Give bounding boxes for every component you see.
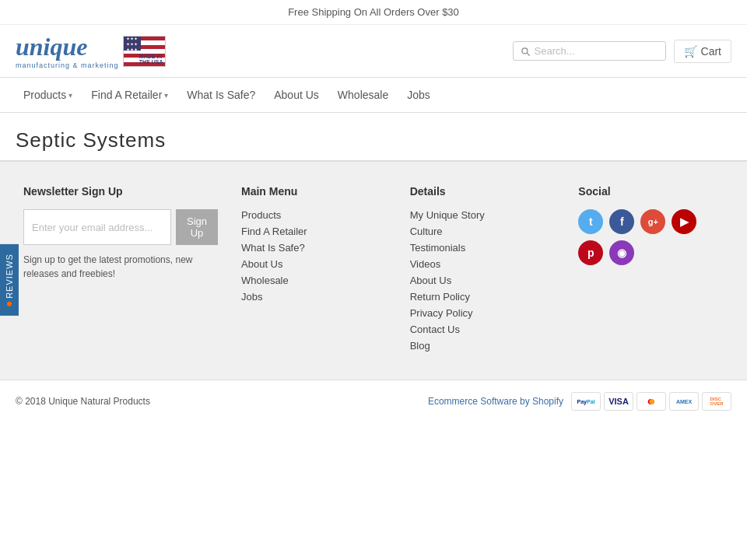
logo-subtext: manufacturing & marketing bbox=[16, 61, 119, 69]
footer-link-privacy-policy[interactable]: Privacy Policy bbox=[410, 307, 556, 319]
nav-jobs-label: Jobs bbox=[407, 89, 430, 101]
footer-main-menu-col: Main Menu Products Find A Retailer What … bbox=[241, 185, 387, 356]
nav-about-us-label: About Us bbox=[274, 89, 319, 101]
logo-area[interactable]: unique manufacturing & marketing ✦✦✦✦✦✦✦… bbox=[16, 33, 166, 69]
search-input[interactable] bbox=[535, 45, 659, 57]
nav-find-retailer-label: Find A Retailer bbox=[91, 89, 162, 101]
cart-button[interactable]: 🛒 Cart bbox=[674, 40, 731, 63]
main-nav: Products ▾ Find A Retailer ▾ What Is Saf… bbox=[0, 78, 747, 113]
reviews-label: REVIEWS bbox=[5, 254, 14, 299]
newsletter-email-input[interactable] bbox=[23, 209, 171, 245]
copyright-text: © 2018 Unique Natural Products bbox=[16, 396, 150, 407]
payment-discover-icon: DISCOVER bbox=[702, 392, 731, 411]
nav-about-us[interactable]: About Us bbox=[266, 84, 327, 106]
newsletter-heading: Newsletter Sign Up bbox=[23, 185, 218, 198]
social-facebook-icon[interactable]: f bbox=[609, 209, 634, 234]
footer-link-blog[interactable]: Blog bbox=[410, 340, 556, 352]
social-pinterest-icon[interactable]: p bbox=[578, 240, 603, 265]
newsletter-col: Newsletter Sign Up Sign Up Sign up to ge… bbox=[23, 185, 218, 356]
social-googleplus-icon[interactable]: g+ bbox=[640, 209, 665, 234]
footer-link-testimonials[interactable]: Testimonials bbox=[410, 242, 556, 254]
footer-link-about-us[interactable]: About Us bbox=[241, 258, 387, 270]
payment-icons: PayPal VISA ● ● AMEX DISCOVER bbox=[571, 392, 731, 411]
reviews-tab[interactable]: REVIEWS bbox=[0, 244, 19, 316]
footer-social-col: Social t f g+ ▶ p ◉ bbox=[578, 185, 724, 356]
newsletter-form: Sign Up bbox=[23, 209, 218, 245]
reviews-dot bbox=[7, 302, 12, 306]
topbar-text: Free Shipping On All Orders Over $30 bbox=[288, 6, 459, 18]
footer-main-menu-heading: Main Menu bbox=[241, 185, 387, 198]
payment-paypal-icon: PayPal bbox=[571, 392, 601, 411]
payment-visa-icon: VISA bbox=[604, 392, 633, 411]
bottom-bar: © 2018 Unique Natural Products Ecommerce… bbox=[0, 380, 747, 422]
page-title-section: Septic Systems bbox=[0, 113, 747, 162]
chevron-down-icon: ▾ bbox=[164, 91, 168, 100]
footer: Newsletter Sign Up Sign Up Sign up to ge… bbox=[0, 162, 747, 380]
social-youtube-icon[interactable]: ▶ bbox=[672, 209, 696, 234]
footer-link-culture[interactable]: Culture bbox=[410, 226, 556, 237]
newsletter-description: Sign up to get the latest promotions, ne… bbox=[23, 253, 218, 281]
payment-amex-icon: AMEX bbox=[669, 392, 699, 411]
header-right: 🛒 Cart bbox=[513, 40, 731, 63]
social-instagram-icon[interactable]: ◉ bbox=[609, 240, 634, 265]
footer-link-return-policy[interactable]: Return Policy bbox=[410, 291, 556, 303]
search-icon bbox=[520, 46, 531, 57]
social-icons-group: t f g+ ▶ p ◉ bbox=[578, 209, 724, 265]
logo-text: unique bbox=[16, 33, 87, 61]
footer-link-contact-us[interactable]: Contact Us bbox=[410, 324, 556, 335]
cart-label: Cart bbox=[701, 45, 721, 58]
nav-products-label: Products bbox=[23, 89, 66, 101]
header: unique manufacturing & marketing ✦✦✦✦✦✦✦… bbox=[0, 25, 747, 78]
payment-mastercard-icon: ● ● bbox=[637, 392, 666, 411]
footer-link-jobs[interactable]: Jobs bbox=[241, 291, 387, 303]
shopify-link[interactable]: Ecommerce Software by Shopify bbox=[428, 396, 563, 407]
page-title: Septic Systems bbox=[16, 128, 731, 152]
newsletter-signup-button[interactable]: Sign Up bbox=[176, 209, 218, 245]
social-twitter-icon[interactable]: t bbox=[578, 209, 603, 234]
footer-link-videos[interactable]: Videos bbox=[410, 258, 556, 270]
footer-link-about-us-details[interactable]: About Us bbox=[410, 275, 556, 286]
chevron-down-icon: ▾ bbox=[68, 91, 72, 100]
nav-wholesale[interactable]: Wholesale bbox=[330, 84, 396, 106]
footer-social-heading: Social bbox=[578, 185, 724, 198]
bottom-right: Ecommerce Software by Shopify PayPal VIS… bbox=[428, 392, 731, 411]
footer-link-what-is-safe[interactable]: What Is Safe? bbox=[241, 242, 387, 254]
footer-grid: Newsletter Sign Up Sign Up Sign up to ge… bbox=[23, 185, 724, 356]
footer-details-col: Details My Unique Story Culture Testimon… bbox=[410, 185, 556, 356]
nav-wholesale-label: Wholesale bbox=[338, 89, 388, 101]
logo-flag: ✦✦✦✦✦✦✦✦✦ MADE INTHE USA bbox=[123, 36, 166, 67]
cart-icon: 🛒 bbox=[684, 45, 697, 58]
footer-link-products[interactable]: Products bbox=[241, 209, 387, 221]
nav-find-retailer[interactable]: Find A Retailer ▾ bbox=[83, 84, 176, 106]
footer-link-find-retailer[interactable]: Find A Retailer bbox=[241, 226, 387, 237]
nav-what-is-safe[interactable]: What Is Safe? bbox=[179, 84, 263, 106]
footer-link-my-unique-story[interactable]: My Unique Story bbox=[410, 209, 556, 221]
footer-details-heading: Details bbox=[410, 185, 556, 198]
search-box[interactable] bbox=[513, 41, 666, 61]
nav-products[interactable]: Products ▾ bbox=[16, 84, 80, 106]
footer-link-wholesale[interactable]: Wholesale bbox=[241, 275, 387, 286]
nav-what-is-safe-label: What Is Safe? bbox=[187, 89, 255, 101]
nav-jobs[interactable]: Jobs bbox=[399, 84, 438, 106]
top-bar: Free Shipping On All Orders Over $30 bbox=[0, 0, 747, 25]
